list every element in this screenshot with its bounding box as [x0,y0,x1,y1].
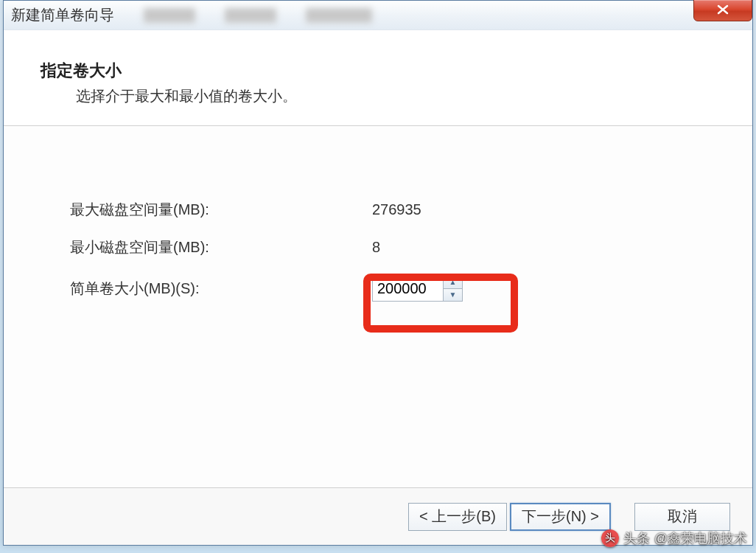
spinner-up-button[interactable]: ▲ [444,276,462,289]
window-title: 新建简单卷向导 [11,5,114,25]
close-button[interactable] [693,0,752,21]
wizard-content: 最大磁盘空间量(MB): 276935 最小磁盘空间量(MB): 8 简单卷大小… [4,126,752,487]
spinner-buttons: ▲ ▼ [443,276,462,301]
wizard-header: 指定卷大小 选择介于最大和最小值的卷大小。 [4,30,752,126]
page-subtitle: 选择介于最大和最小值的卷大小。 [76,86,738,106]
chevron-up-icon: ▲ [449,278,457,286]
max-space-value: 276935 [372,201,693,218]
volume-size-input[interactable] [373,276,443,301]
volume-size-row: 简单卷大小(MB)(S): ▲ ▼ [70,275,693,302]
volume-size-spinner: ▲ ▼ [372,275,463,302]
titlebar: 新建简单卷向导 [4,1,752,30]
background-blur [144,8,372,23]
max-space-label: 最大磁盘空间量(MB): [70,200,372,220]
min-space-label: 最小磁盘空间量(MB): [70,237,372,257]
volume-size-label: 简单卷大小(MB)(S): [70,279,372,299]
chevron-down-icon: ▼ [449,291,457,299]
wizard-window: 新建简单卷向导 指定卷大小 选择介于最大和最小值的卷大小。 最大磁盘空间量(MB… [3,0,753,546]
back-button[interactable]: < 上一步(B) [408,503,507,531]
next-button[interactable]: 下一步(N) > [510,503,611,531]
spinner-down-button[interactable]: ▼ [444,289,462,302]
wizard-footer: < 上一步(B) 下一步(N) > 取消 [4,487,752,545]
page-title: 指定卷大小 [41,60,738,82]
min-space-row: 最小磁盘空间量(MB): 8 [70,237,693,257]
min-space-value: 8 [372,239,693,256]
close-icon [716,3,729,18]
max-space-row: 最大磁盘空间量(MB): 276935 [70,200,693,220]
cancel-button[interactable]: 取消 [634,503,730,531]
